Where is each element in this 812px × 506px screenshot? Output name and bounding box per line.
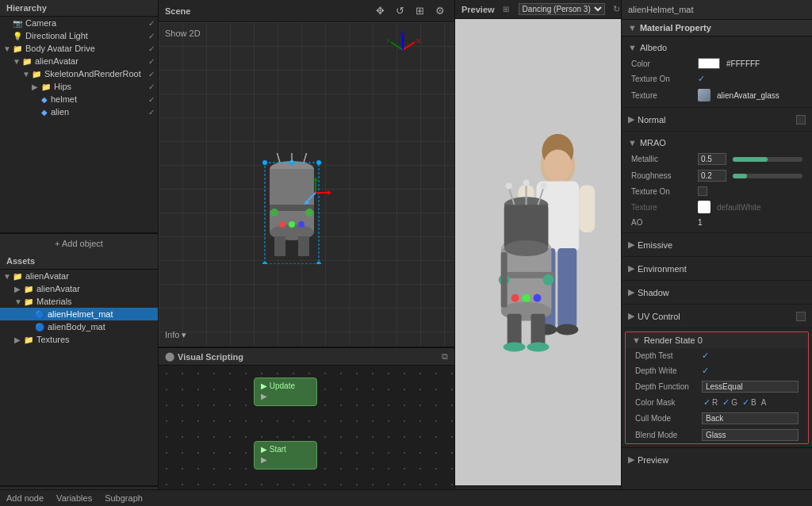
- mp-arrow: ▼: [628, 23, 637, 33]
- hips-checkbox[interactable]: ✓: [148, 82, 155, 91]
- tree-item-alien-mesh[interactable]: ◆ alien ✓: [0, 105, 158, 118]
- camera-checkbox[interactable]: ✓: [148, 19, 155, 28]
- environment-header[interactable]: ▶ Environment: [622, 260, 812, 277]
- roughness-input[interactable]: [698, 170, 726, 182]
- roughness-slider[interactable]: [733, 174, 802, 178]
- svg-point-61: [506, 182, 512, 189]
- arrow-textures: ▶: [14, 335, 22, 344]
- variables-btn[interactable]: Variables: [56, 493, 92, 503]
- texture-row: Texture alienAvatar_glass: [622, 86, 812, 104]
- svg-point-55: [534, 294, 542, 302]
- transform-gizmo: [300, 177, 331, 210]
- texture-on-check2[interactable]: [698, 186, 707, 196]
- asset-helmet-mat[interactable]: 🔵 alienHelmet_mat: [0, 308, 158, 320]
- cull-mode-select[interactable]: Back: [702, 412, 799, 424]
- blend-mode-select[interactable]: Glass: [702, 429, 799, 441]
- tree-item-helmet[interactable]: ◆ helmet ✓: [0, 93, 158, 105]
- update-node[interactable]: ▶ Update ▶: [254, 378, 317, 406]
- render-state-header[interactable]: ▼ Render State 0: [626, 332, 808, 348]
- roughness-row: Roughness: [622, 167, 812, 184]
- animation-select[interactable]: Dancing (Person 3): [519, 3, 605, 15]
- color-prop-label: Color: [631, 59, 695, 68]
- texture-thumbnail2: [698, 201, 710, 213]
- subgraph-btn[interactable]: Subgraph: [105, 493, 143, 503]
- tree-item-hips[interactable]: ▶ 📁 Hips ✓: [0, 80, 158, 93]
- normal-header[interactable]: ▶ Normal: [622, 111, 812, 128]
- mask-b-check[interactable]: ✓: [742, 397, 749, 408]
- depth-write-check[interactable]: ✓: [702, 366, 709, 376]
- metallic-slider[interactable]: [733, 157, 802, 162]
- svg-point-16: [316, 262, 321, 264]
- scale-tool-btn[interactable]: ⊞: [412, 3, 427, 18]
- left-panel: Hierarchy 📷 Camera ✓ 💡 Directional Light…: [0, 0, 159, 506]
- start-node[interactable]: ▶ Start ▶: [254, 441, 317, 470]
- albedo-header[interactable]: ▼ Albedo: [622, 40, 812, 56]
- mrao-arrow: ▼: [628, 138, 637, 148]
- mask-g-check[interactable]: ✓: [722, 397, 730, 408]
- svg-point-18: [279, 221, 285, 228]
- camera-label: Camera: [25, 18, 148, 28]
- asset-alienavatar-sub[interactable]: ▶ 📁 alienAvatar: [0, 282, 158, 295]
- add-node-btn[interactable]: Add node: [6, 493, 44, 503]
- asset-materials-folder[interactable]: ▼ 📁 Materials: [0, 295, 158, 308]
- texture-on-check[interactable]: ✓: [698, 74, 705, 84]
- asset-body-mat[interactable]: 🔵 alienBody_mat: [0, 320, 158, 333]
- info-btn[interactable]: Info ▾: [165, 330, 186, 340]
- svg-point-15: [262, 262, 267, 264]
- depth-write-label: Depth Write: [635, 366, 699, 375]
- normal-checkbox[interactable]: [796, 115, 806, 125]
- ao-label: AO: [631, 218, 695, 227]
- svg-point-38: [543, 150, 572, 182]
- tree-item-camera[interactable]: 📷 Camera ✓: [0, 17, 158, 29]
- move-tool-btn[interactable]: ✥: [373, 3, 388, 18]
- emissive-arrow: ▶: [628, 240, 634, 250]
- svg-point-53: [511, 294, 519, 302]
- settings-btn[interactable]: ⚙: [432, 3, 448, 18]
- tree-item-skeleton[interactable]: ▼ 📁 SkeletonAndRenderRoot ✓: [0, 67, 158, 80]
- skeleton-checkbox[interactable]: ✓: [148, 70, 155, 79]
- tree-item-body-avatar-drive[interactable]: ▼ 📁 Body Avatar Drive ✓: [0, 42, 158, 55]
- helmet-mat-icon: 🔵: [35, 310, 44, 319]
- uv-header[interactable]: ▶ UV Control: [622, 308, 812, 324]
- scene-viewport[interactable]: Show 2D X Y Z: [159, 22, 454, 347]
- svg-rect-56: [508, 314, 522, 346]
- metallic-label: Metallic: [631, 155, 695, 163]
- add-object-button[interactable]: + Add object: [0, 233, 158, 253]
- asset-textures-folder[interactable]: ▶ 📁 Textures: [0, 333, 158, 346]
- tree-item-alien-avatar[interactable]: ▼ 📁 alienAvatar ✓: [0, 55, 158, 67]
- materials-label: Materials: [36, 297, 155, 306]
- refresh-btn[interactable]: ↻: [613, 4, 620, 14]
- metallic-input[interactable]: [698, 153, 726, 165]
- preview-prop-label: Preview: [638, 455, 668, 465]
- mask-r-check[interactable]: ✓: [703, 397, 710, 408]
- body-checkbox[interactable]: ✓: [148, 44, 155, 53]
- alien-checkbox[interactable]: ✓: [148, 57, 155, 66]
- asset-alienavatar-folder[interactable]: ▼ 📁 alienAvatar: [0, 270, 158, 282]
- rotate-tool-btn[interactable]: ↺: [393, 3, 408, 18]
- helmet-checkbox[interactable]: ✓: [148, 95, 155, 104]
- svg-marker-32: [313, 177, 318, 181]
- scripts-expand-btn[interactable]: ⧉: [442, 351, 448, 362]
- material-property-header[interactable]: ▼ Material Property: [622, 20, 812, 36]
- light-checkbox[interactable]: ✓: [148, 32, 155, 40]
- mrao-header[interactable]: ▼ MRAO: [622, 135, 812, 151]
- depth-test-check[interactable]: ✓: [702, 351, 709, 361]
- alien-mesh-checkbox[interactable]: ✓: [148, 108, 155, 117]
- texture-row2: Texture defaultWhite: [622, 198, 812, 216]
- shadow-header[interactable]: ▶ Shadow: [622, 284, 812, 301]
- svg-point-54: [523, 294, 530, 302]
- tree-item-directional-light[interactable]: 💡 Directional Light ✓: [0, 29, 158, 42]
- mask-a-label: A: [761, 398, 767, 407]
- show-2d-btn[interactable]: Show 2D: [165, 29, 201, 38]
- depth-function-select[interactable]: LessEqual: [702, 381, 799, 393]
- skeleton-icon: 📁: [32, 70, 41, 79]
- preview-prop-header[interactable]: ▶ Preview: [622, 451, 812, 468]
- uv-checkbox[interactable]: [796, 312, 806, 321]
- arrow-materials: ▼: [14, 297, 22, 306]
- emissive-header[interactable]: ▶ Emissive: [622, 236, 812, 253]
- color-swatch[interactable]: [698, 58, 720, 69]
- asset-folder-icon: 📁: [13, 272, 22, 281]
- port-arrow-start: ▶: [261, 455, 267, 464]
- svg-text:Y: Y: [386, 37, 391, 44]
- body-mat-label: alienBody_mat: [48, 322, 155, 332]
